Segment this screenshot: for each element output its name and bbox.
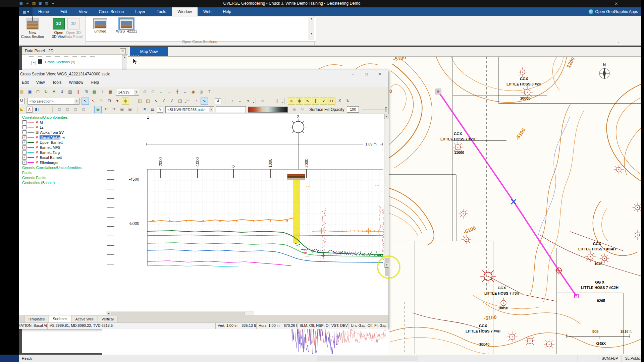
new-cross-section-button[interactable]: NewCross Section bbox=[20, 18, 45, 39]
list-icon[interactable]: ≡ bbox=[141, 106, 148, 113]
tree-item[interactable]: ✗M bbox=[21, 120, 102, 125]
lasso-select-icon[interactable]: ↰ bbox=[98, 98, 105, 105]
checkbox[interactable]: ✓ bbox=[22, 140, 26, 144]
user-icon[interactable]: ◉ bbox=[290, 106, 298, 113]
palette-combo[interactable]: <BLKWHRED253.pal>▾ bbox=[165, 106, 214, 113]
tab-edit[interactable]: Edit bbox=[55, 7, 73, 16]
tab-cross-section[interactable]: Cross Section bbox=[93, 7, 130, 16]
flip-log-icon[interactable]: ◫▾ bbox=[176, 98, 184, 105]
tree-item[interactable]: ✓✗Barnett MFS bbox=[21, 145, 102, 150]
tree-item[interactable]: ✓✗Basal Atoka◄ bbox=[21, 135, 102, 140]
checkbox[interactable]: ✓ bbox=[22, 135, 26, 139]
collapse-ribbon-icon[interactable]: ⌄ bbox=[617, 40, 620, 43]
pick-correlation-icon[interactable]: ∿ bbox=[304, 98, 311, 105]
scroll-up-icon[interactable]: ▲ bbox=[384, 114, 389, 119]
data-panel-header[interactable]: Data Panel - 2D ⊞ bbox=[22, 47, 128, 55]
back-icon[interactable]: ← bbox=[157, 88, 165, 96]
bring-front-icon[interactable]: □ bbox=[72, 106, 79, 113]
surface-fill-opacity-value[interactable]: 100 bbox=[347, 106, 359, 113]
delete-pick-icon[interactable]: ✗ bbox=[336, 98, 343, 105]
select-icon[interactable]: ↖ bbox=[82, 98, 89, 105]
print-icon[interactable]: ⊟ bbox=[34, 88, 42, 96]
tab-surfaces[interactable]: Surfaces bbox=[49, 315, 71, 322]
pan-icon[interactable]: ◉ bbox=[190, 88, 197, 96]
tree-item-cross-sections[interactable]: −Cross Sections (9) bbox=[32, 59, 75, 65]
minimize-icon[interactable]: – bbox=[346, 70, 360, 78]
app-logo-icon[interactable]: ▦ bbox=[19, 1, 23, 6]
open-folder-icon[interactable]: ▨ bbox=[32, 1, 36, 6]
stretch-icon[interactable]: ↔ bbox=[236, 98, 244, 105]
reload-palette-icon[interactable]: ↻ bbox=[299, 106, 306, 113]
palette-icon[interactable]: ▤ bbox=[149, 106, 156, 113]
forward-icon[interactable]: → bbox=[165, 88, 173, 96]
add-pointer-icon[interactable]: ↖ bbox=[152, 98, 160, 105]
zoom-level-combo[interactable]: 14.919▾ bbox=[116, 89, 139, 96]
curve-track-icon[interactable]: ∿ bbox=[201, 98, 208, 105]
tree-item[interactable]: ✗Barnett Targ bbox=[21, 150, 102, 155]
cross-section-chart[interactable]: -2000-1000010002000-4500-5000121.89 mi bbox=[102, 114, 388, 269]
zoom-out-icon[interactable]: ⊖ bbox=[149, 88, 157, 96]
maximize-icon[interactable]: □ bbox=[360, 70, 373, 78]
move-marker-icon[interactable]: ↕ bbox=[228, 98, 236, 105]
tree-item[interactable]: ✓✗Ellenburger bbox=[21, 160, 102, 165]
checkbox[interactable]: ✓ bbox=[22, 161, 26, 165]
save-icon[interactable]: ▣ bbox=[38, 1, 43, 6]
smooth-curves-icon[interactable]: ≋ bbox=[259, 98, 266, 105]
tab-home[interactable]: Home bbox=[33, 7, 55, 16]
panel-grip-icon[interactable] bbox=[131, 55, 140, 57]
undo-icon[interactable]: ↶ bbox=[102, 106, 110, 113]
tab-tools[interactable]: Tools bbox=[151, 7, 172, 16]
checkbox[interactable] bbox=[22, 120, 26, 124]
app-menu-button[interactable]: ▦ ▾ bbox=[19, 7, 33, 16]
fit-all-icon[interactable]: ╋ bbox=[173, 88, 181, 96]
refresh-picks-icon[interactable]: ↻ bbox=[344, 98, 352, 105]
open-3d-data-panel-button[interactable]: 3D Open 3DData Panel bbox=[62, 18, 85, 39]
tree-item[interactable]: ▦Atoka from SV bbox=[21, 130, 102, 135]
scroll-left-icon[interactable]: ◀ bbox=[107, 312, 110, 315]
selection-combo[interactable]: <no selection>▾ bbox=[28, 98, 79, 105]
redo-icon[interactable]: ↷ bbox=[110, 106, 118, 113]
fill-triangle-icon[interactable]: ◣ bbox=[18, 106, 25, 113]
checkbox[interactable]: ✓ bbox=[22, 156, 26, 160]
checkbox[interactable]: ✓ bbox=[22, 145, 26, 149]
tree-item[interactable]: ✗Ls bbox=[21, 125, 102, 130]
zoom-window-icon[interactable]: ⊕ bbox=[141, 88, 149, 96]
angle-tool-icon[interactable]: ∠ bbox=[160, 98, 168, 105]
datum-icon[interactable]: ⊥ bbox=[99, 88, 106, 96]
box-select-icon[interactable]: ⊡ bbox=[106, 98, 113, 105]
fit-width-icon[interactable]: ↔ bbox=[181, 88, 189, 96]
surface-fill-opacity-slider[interactable] bbox=[362, 107, 388, 112]
u-button[interactable]: U bbox=[18, 98, 25, 104]
checkbox[interactable] bbox=[22, 130, 26, 134]
tab-window[interactable]: Window bbox=[172, 7, 198, 16]
cross-section-thumbnail[interactable]: WGS_42221 bbox=[116, 18, 137, 41]
qat-caret-icon[interactable]: ▾ bbox=[51, 1, 55, 6]
log-tracks-icon[interactable]: ▥ bbox=[66, 88, 74, 96]
node-edit-icon[interactable]: + bbox=[41, 106, 49, 113]
multi-pick-icon[interactable]: ∥ bbox=[312, 98, 319, 105]
tree-header[interactable]: Correlations/Unconformities bbox=[21, 115, 102, 120]
save-icon[interactable]: ▣ bbox=[26, 88, 34, 96]
help-icon[interactable]: ? bbox=[206, 88, 213, 96]
well-select-icon[interactable]: ▼ bbox=[114, 98, 121, 105]
font-icon[interactable]: A bbox=[50, 88, 58, 96]
table-icon[interactable]: ▦ bbox=[107, 88, 114, 96]
open-geographix-apps[interactable]: Open GeoGraphix Apps bbox=[589, 7, 638, 16]
tab-web[interactable]: Web bbox=[198, 7, 217, 16]
fence-icon[interactable]: ╪ bbox=[122, 98, 129, 105]
text-style-icon[interactable]: A bbox=[26, 107, 33, 113]
unconformity-icon[interactable]: ⊔ bbox=[328, 98, 335, 105]
grid-icon[interactable]: ⊞ bbox=[83, 88, 90, 96]
pattern-icon[interactable]: ◧ bbox=[33, 106, 41, 113]
well-filter-icon[interactable]: ∥▾ bbox=[273, 98, 281, 105]
checkbox[interactable] bbox=[22, 125, 26, 129]
fault-gap-icon[interactable]: ╪ bbox=[296, 98, 303, 105]
data-panel-scrollbar[interactable]: ▲ bbox=[122, 55, 127, 70]
tree-item[interactable]: ✓✗Upper Barnett bbox=[21, 140, 102, 145]
correlation-wave-icon[interactable]: ≈ bbox=[288, 98, 295, 105]
tree-header[interactable]: Generic Faults bbox=[21, 175, 102, 180]
app-title-bar[interactable]: ▦+▨▣▥▾ GVERSE Geomodeling - Chuck J. Whi… bbox=[0, 0, 644, 7]
tree-header[interactable]: Generic Correlations/Unconformities bbox=[21, 165, 102, 170]
tadpole-icon[interactable]: ⊢ bbox=[184, 98, 192, 105]
close-icon[interactable]: ✕ bbox=[373, 70, 386, 78]
